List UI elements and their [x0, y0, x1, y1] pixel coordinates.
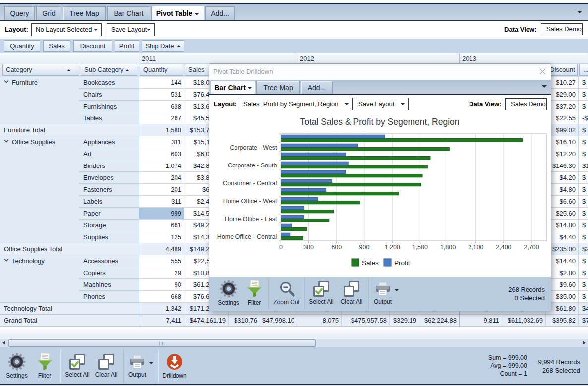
category-group-cell[interactable]: Office Supplies: [0, 136, 79, 243]
dialog-title-bar[interactable]: Pivot Table Drilldown: [209, 64, 551, 80]
sub-category-cell[interactable]: Supplies: [79, 231, 139, 243]
layout-select[interactable]: No Layout Selected: [31, 23, 102, 36]
measure-column-header[interactable]: Quantity: [140, 64, 183, 76]
sub-category-cell[interactable]: Accessories: [79, 255, 139, 267]
bar-sales[interactable]: [281, 236, 303, 239]
grid-cell-overflow[interactable]: $4: [582, 303, 588, 315]
group-expander-icon[interactable]: [4, 80, 9, 84]
dialog-tab-overflow-chevron-down-icon[interactable]: [542, 85, 547, 88]
sub-category-cell[interactable]: Art: [79, 148, 139, 160]
settings-button[interactable]: Settings: [5, 353, 29, 379]
output-caret-icon[interactable]: [149, 362, 153, 364]
pivot-table-caret-icon[interactable]: [194, 13, 199, 15]
dialog-data-view-box[interactable]: Sales Demo: [505, 98, 547, 110]
bar-sales[interactable]: [281, 147, 449, 150]
grid-cell-overflow[interactable]: $: [582, 220, 588, 231]
grid-cell[interactable]: $329.19: [389, 315, 416, 327]
grid-cell[interactable]: 9,811: [459, 315, 499, 327]
grid-cell-overflow[interactable]: $: [582, 148, 588, 160]
dialog-save-layout-select[interactable]: Save Layout: [354, 98, 409, 110]
scroll-left-button[interactable]: [0, 339, 8, 347]
sub-category-cell[interactable]: Labels: [79, 196, 139, 208]
grid-cell[interactable]: 29: [139, 267, 181, 279]
grid-cell[interactable]: 1,342: [139, 303, 181, 315]
bar-sales[interactable]: [281, 219, 329, 221]
bar-profit[interactable]: [281, 206, 304, 209]
grid-cell-overflow[interactable]: $: [582, 89, 588, 101]
bar-sales[interactable]: [281, 138, 522, 141]
grid-cell[interactable]: 267: [139, 112, 181, 124]
filter-chip-quantity[interactable]: Quantity: [4, 40, 40, 52]
bar-sales[interactable]: [281, 183, 421, 186]
grid-cell[interactable]: 603: [139, 148, 181, 160]
dialog-tab-bar-chart[interactable]: Bar Chart: [211, 81, 255, 94]
dialog-filter-button[interactable]: Filter: [243, 280, 265, 306]
scrollbar-thumb[interactable]: [8, 339, 316, 347]
grid-cell[interactable]: 1,580: [139, 124, 181, 136]
tab-add[interactable]: Add...: [205, 6, 235, 20]
tab-grid[interactable]: Grid: [36, 6, 61, 20]
grid-cell-overflow[interactable]: $: [582, 208, 588, 220]
tab-bar-chart[interactable]: Bar Chart: [107, 6, 150, 20]
grid-cell-overflow[interactable]: $2: [582, 243, 588, 255]
sub-category-cell[interactable]: Copiers: [79, 267, 139, 279]
bar-profit[interactable]: [281, 144, 357, 147]
dialog-output-button[interactable]: Output: [372, 281, 394, 305]
total-row-label[interactable]: Technology Total: [0, 303, 139, 315]
grid-cell[interactable]: 204: [139, 172, 181, 184]
filter-chip-profit[interactable]: Profit: [115, 40, 139, 52]
dialog-zoom-out-button[interactable]: Zoom Out: [271, 280, 302, 306]
sub-category-cell[interactable]: Appliances: [79, 136, 139, 148]
grid-cell[interactable]: 661: [139, 220, 181, 231]
tab-pivot-table[interactable]: Pivot Table: [151, 6, 204, 20]
sub-category-cell[interactable]: Storage: [79, 220, 139, 231]
output-button[interactable]: Output: [126, 354, 148, 378]
grid-cell-overflow[interactable]: $: [582, 172, 588, 184]
sub-category-cell[interactable]: Binders: [79, 160, 139, 172]
sort-chip-ship-date[interactable]: Ship Date: [142, 40, 184, 52]
grid-cell-overflow[interactable]: $: [582, 196, 588, 208]
grid-cell-overflow[interactable]: $: [582, 101, 588, 112]
dialog-tab-add[interactable]: Add...: [301, 81, 333, 94]
grid-cell[interactable]: 668: [139, 291, 181, 303]
group-expander-icon[interactable]: [4, 258, 9, 262]
tab-overflow-chevron-down-icon[interactable]: [577, 11, 582, 13]
bar-profit[interactable]: [281, 162, 348, 165]
bar-sales[interactable]: [281, 165, 427, 168]
grid-cell[interactable]: 144: [139, 77, 181, 89]
grid-cell[interactable]: $47,998.10: [260, 315, 294, 327]
sub-category-cell[interactable]: Furnishings: [79, 101, 139, 112]
grid-cell[interactable]: 201: [139, 184, 181, 196]
dialog-select-all-button[interactable]: Select All: [307, 281, 335, 305]
total-row-label[interactable]: Furniture Total: [0, 124, 139, 136]
total-row-label[interactable]: Office Supplies Total: [0, 243, 139, 255]
sub-category-cell[interactable]: Fasteners: [79, 184, 139, 196]
bar-profit[interactable]: [281, 153, 346, 156]
category-group-cell[interactable]: Furniture: [0, 77, 79, 124]
sub-category-cell[interactable]: Machines: [79, 279, 139, 291]
grid-cell[interactable]: 90: [139, 279, 181, 291]
grid-cell-overflow[interactable]: $1: [582, 160, 588, 172]
grid-cell[interactable]: $62,224.88: [419, 315, 457, 327]
dialog-settings-button[interactable]: Settings: [217, 280, 240, 306]
bar-profit[interactable]: [281, 215, 303, 218]
grid-cell[interactable]: 7,411: [139, 315, 181, 327]
filter-button[interactable]: Filter: [34, 353, 56, 379]
grid-cell[interactable]: $611,032.69: [502, 315, 543, 327]
sub-category-cell[interactable]: Tables: [79, 112, 139, 124]
data-view-box[interactable]: Sales Demo: [541, 23, 583, 35]
grid-cell[interactable]: $474,161.19: [184, 315, 226, 327]
bar-sales[interactable]: [281, 227, 307, 230]
dialog-bar-chart-caret-icon[interactable]: [248, 87, 252, 89]
dialog-clear-all-button[interactable]: Clear All: [338, 281, 365, 305]
bar-profit[interactable]: [281, 188, 326, 191]
bar-sales[interactable]: [281, 156, 430, 159]
grid-cell[interactable]: 531: [139, 89, 181, 101]
grid-cell-overflow[interactable]: $: [582, 77, 588, 89]
grid-cell[interactable]: 1,074: [139, 160, 181, 172]
grid-cell[interactable]: $395.82: [545, 315, 576, 327]
sub-category-cell[interactable]: Envelopes: [79, 172, 139, 184]
category-group-cell[interactable]: Technology: [0, 255, 79, 303]
clear-all-button[interactable]: Clear All: [93, 354, 119, 378]
measure-column-header[interactable]: ...: [579, 64, 588, 76]
